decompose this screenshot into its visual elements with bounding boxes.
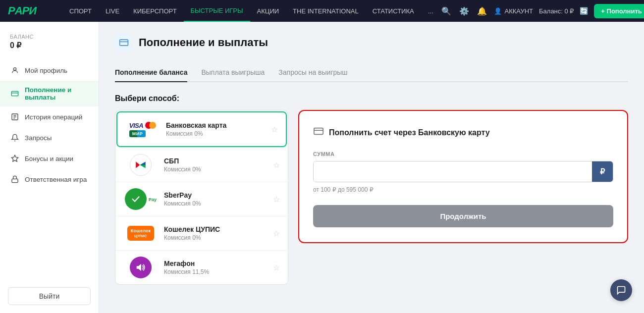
chat-bubble[interactable] — [610, 279, 632, 301]
svg-rect-8 — [12, 179, 18, 182]
nav-fastgames[interactable]: БЫСТРЫЕ ИГРЫ — [184, 0, 250, 22]
method-sbp[interactable]: СБП Комиссия 0% ☆ — [115, 148, 288, 182]
mastercard-icon — [145, 122, 156, 129]
profile-icon — [10, 65, 20, 75]
continue-button[interactable]: Продолжить — [313, 205, 613, 227]
amount-input-group: ₽ — [313, 161, 613, 182]
sidebar: БАЛАНС 0 ₽ Мой профиль Пополнение и выпл… — [0, 22, 99, 313]
payment-card-icon — [313, 126, 324, 139]
koshel-icon: Кошелек — [131, 228, 151, 234]
section-label: Выбери способ: — [115, 94, 628, 103]
visa-icon: VISA — [129, 122, 143, 129]
settings-icon[interactable]: ⚙️ — [458, 5, 470, 17]
sberpay-commission: Комиссия 0% — [164, 200, 267, 207]
nav-esports[interactable]: КИБЕРСПОРТ — [126, 0, 184, 22]
sberpay-favorite-icon[interactable]: ☆ — [273, 195, 280, 204]
method-bank-card[interactable]: VISA МИР Банковская карта К — [116, 111, 287, 147]
sidebar-item-profile[interactable]: Мой профиль — [0, 60, 99, 81]
sbp-name: СБП — [164, 157, 267, 165]
sum-label: СУММА — [313, 151, 613, 157]
logout-button[interactable]: Выйти — [8, 287, 91, 305]
tab-requests[interactable]: Запросы на выигрыш — [278, 63, 347, 82]
deposit-icon — [10, 89, 20, 99]
nav-sport[interactable]: СПОРТ — [62, 0, 99, 22]
tab-deposit-balance[interactable]: Пополнение баланса — [115, 63, 187, 82]
nav-promotions[interactable]: АКЦИИ — [250, 0, 286, 22]
bank-card-favorite-icon[interactable]: ☆ — [271, 125, 278, 134]
bank-card-info: Банковская карта Комиссия 0% — [166, 121, 265, 137]
nav-links: СПОРТ LIVE КИБЕРСПОРТ БЫСТРЫЕ ИГРЫ АКЦИИ… — [62, 0, 440, 22]
balance-value: 0 ₽ — [10, 41, 89, 50]
megafon-name: Мегафон — [164, 260, 267, 267]
koshel-commission: Комиссия 0% — [164, 234, 267, 241]
svg-point-0 — [13, 68, 16, 70]
top-navigation: ΡАРИ СПОРТ LIVE КИБЕРСПОРТ БЫСТРЫЕ ИГРЫ … — [0, 0, 644, 22]
responsible-icon — [10, 174, 20, 184]
main-content: Пополнение и выплаты Пополнение баланса … — [99, 22, 644, 313]
sidebar-responsible-label: Ответственная игра — [25, 176, 87, 183]
sidebar-item-responsible[interactable]: Ответственная игра — [0, 169, 99, 190]
sidebar-item-deposit[interactable]: Пополнение и выплаты — [0, 81, 99, 106]
sbp-commission: Комиссия 0% — [164, 166, 267, 173]
sidebar-deposit-label: Пополнение и выплаты — [25, 86, 89, 101]
main-layout: БАЛАНС 0 ₽ Мой профиль Пополнение и выпл… — [0, 22, 644, 313]
sberpay-name: SberPay — [164, 191, 267, 199]
nav-more[interactable]: ... — [421, 0, 440, 22]
sberpay-logo-container: Pay — [123, 189, 158, 209]
logout-section: Выйти — [8, 287, 91, 305]
nav-statistics[interactable]: СТАТИСТИКА — [366, 0, 421, 22]
bonuses-icon — [10, 154, 20, 163]
sidebar-menu: Мой профиль Пополнение и выплаты История… — [0, 60, 99, 281]
method-koshel[interactable]: Кошелек ЦУПИС Кошелек ЦУПИС Комиссия 0% … — [115, 216, 288, 251]
nav-live[interactable]: LIVE — [99, 0, 126, 22]
sidebar-item-history[interactable]: История операций — [0, 106, 99, 127]
account-label: АККАУНТ — [505, 7, 534, 15]
mir-icon: МИР — [129, 130, 146, 137]
bank-card-commission: Комиссия 0% — [166, 130, 265, 137]
koshel-info: Кошелек ЦУПИС Комиссия 0% — [164, 225, 267, 241]
account-area[interactable]: 👤 АККАУНТ — [494, 7, 534, 15]
notifications-icon[interactable]: 🔔 — [476, 5, 488, 17]
balance-refresh-icon[interactable]: 🔄 — [580, 7, 588, 15]
sbp-favorite-icon[interactable]: ☆ — [273, 160, 280, 170]
sberpay-checkmark-icon — [130, 194, 141, 205]
megafon-commission: Комиссия 11,5% — [164, 268, 267, 275]
account-icon: 👤 — [494, 7, 502, 15]
sidebar-item-bonuses[interactable]: Бонусы и акции — [0, 148, 99, 169]
koshel-favorite-icon[interactable]: ☆ — [273, 229, 280, 238]
payment-form-panel: Пополнить счет через Банковскую карту СУ… — [298, 110, 628, 243]
sbp-info: СБП Комиссия 0% — [164, 157, 267, 173]
sidebar-profile-label: Мой профиль — [25, 67, 67, 74]
sidebar-balance-section: БАЛАНС 0 ₽ — [0, 34, 99, 60]
search-icon[interactable]: 🔍 — [440, 5, 452, 17]
bank-card-logo: VISA МИР — [125, 119, 160, 139]
payment-form-header: Пополнить счет через Банковскую карту — [313, 126, 613, 139]
nav-international[interactable]: THE INTERNATIONAL — [286, 0, 366, 22]
tab-withdrawal[interactable]: Выплата выигрыша — [201, 63, 265, 82]
chat-icon — [616, 285, 626, 295]
currency-button: ₽ — [592, 161, 613, 182]
sidebar-history-label: История операций — [25, 113, 82, 121]
page-title: Пополнение и выплаты — [139, 36, 268, 49]
sidebar-requests-label: Запросы — [25, 134, 52, 142]
top-deposit-button[interactable]: + Пополнить — [594, 4, 644, 18]
sbp-logo-container — [123, 155, 158, 175]
megafon-logo-container — [123, 258, 158, 277]
koshel-logo-container: Кошелек ЦУПИС — [123, 223, 158, 243]
requests-icon — [10, 133, 20, 143]
content-row: VISA МИР Банковская карта К — [115, 110, 628, 285]
payment-form-title: Пополнить счет через Банковскую карту — [329, 128, 490, 137]
megafon-favorite-icon[interactable]: ☆ — [273, 263, 280, 272]
amount-input[interactable] — [314, 161, 592, 182]
svg-marker-7 — [11, 155, 18, 161]
megafon-icon — [135, 262, 146, 273]
method-megafon[interactable]: Мегафон Комиссия 11,5% ☆ — [115, 251, 288, 284]
sidebar-item-requests[interactable]: Запросы — [0, 127, 99, 148]
page-header-icon — [115, 34, 133, 52]
logo[interactable]: ΡАРИ — [8, 4, 53, 17]
svg-rect-9 — [120, 40, 128, 46]
page-header: Пополнение и выплаты — [115, 34, 628, 52]
method-sberpay[interactable]: Pay SberPay Комиссия 0% ☆ — [115, 182, 288, 216]
nav-right: 🔍 ⚙️ 🔔 👤 АККАУНТ Баланс: 0 ₽ 🔄 + Пополни… — [440, 4, 644, 18]
svg-rect-1 — [11, 91, 18, 96]
